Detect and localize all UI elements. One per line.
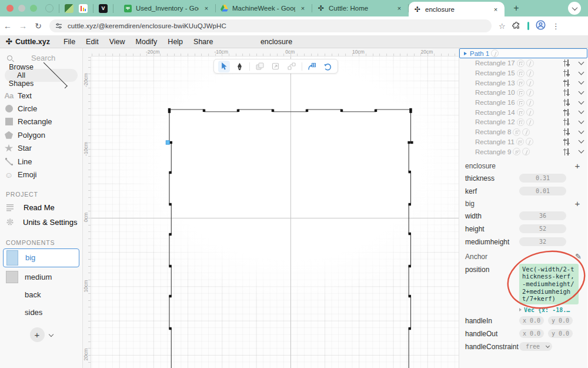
path-node[interactable] [409, 203, 411, 205]
stroke-style-icon[interactable] [491, 49, 499, 57]
layer-item-rectangle-15[interactable]: Rectangle 15 [459, 68, 587, 78]
browser-tab-3[interactable]: ✣Cuttle: Home× [312, 0, 408, 16]
chevron-down-icon[interactable] [48, 332, 53, 337]
new-tab-button[interactable]: + [510, 3, 522, 14]
photos-app-icon[interactable] [65, 4, 74, 13]
path-node[interactable] [169, 233, 171, 236]
layer-item-rectangle-16[interactable]: Rectangle 16 [459, 98, 587, 108]
expand-triangle-icon[interactable] [464, 52, 467, 55]
copies-tool-button[interactable] [286, 61, 298, 72]
profile-avatar[interactable] [536, 20, 546, 32]
menu-view[interactable]: View [104, 38, 131, 46]
menu-modify[interactable]: Modify [131, 38, 163, 46]
window-controls[interactable] [6, 5, 37, 12]
modifiers-icon[interactable] [563, 69, 570, 77]
rotate-tool-button[interactable] [322, 61, 333, 72]
tab-search-button[interactable] [568, 2, 581, 15]
modifiers-icon[interactable] [563, 109, 570, 116]
sidebar-shape-line[interactable]: Line [0, 155, 82, 168]
browser-menu-icon[interactable]: ⋮ [552, 22, 560, 31]
handleconstraint-dropdown[interactable]: free [519, 342, 552, 351]
stroke-style-icon[interactable] [526, 69, 534, 77]
stroke-style-icon[interactable] [526, 138, 533, 145]
path-node[interactable] [203, 110, 205, 112]
layer-item-rectangle-8[interactable]: Rectangle 8 [459, 127, 587, 137]
modifiers-icon[interactable] [563, 128, 570, 135]
corner-radius-icon[interactable] [517, 108, 524, 116]
handlein-y-input[interactable]: y 0.0 [548, 316, 573, 325]
address-bar[interactable]: cuttle.xyz/@keremdiren/enclosure-bwiKUuQ… [49, 19, 492, 32]
stroke-style-icon[interactable] [526, 118, 534, 126]
corner-radius-icon[interactable] [517, 79, 524, 87]
extension-icon[interactable] [45, 4, 54, 12]
chevron-down-icon[interactable] [579, 128, 584, 134]
corner-radius-icon[interactable] [517, 89, 524, 97]
component-sides[interactable]: sides [0, 304, 82, 321]
property-value-input[interactable]: 0.31 [519, 174, 566, 183]
chevron-down-icon[interactable] [579, 108, 584, 114]
chevron-down-icon[interactable] [579, 79, 584, 85]
path-node[interactable] [168, 111, 171, 113]
path-node[interactable] [169, 203, 171, 205]
corner-radius-icon[interactable] [513, 128, 520, 136]
chevron-down-icon[interactable] [579, 88, 584, 94]
design-canvas[interactable]: -30cm-20cm-10cm0cm10cm20cm -20cm-10cm0cm… [83, 48, 459, 368]
corner-radius-icon[interactable] [516, 138, 524, 145]
corner-radius-icon[interactable] [517, 99, 524, 107]
property-value-input[interactable]: 52 [519, 224, 566, 233]
sidebar-shape-text[interactable]: AaText [0, 89, 82, 102]
component-big[interactable]: big [3, 248, 79, 267]
position-value-preview[interactable]: Vec {x: -18.… [519, 306, 582, 314]
chevron-down-icon[interactable] [579, 148, 584, 154]
component-back[interactable]: back [0, 286, 82, 304]
site-settings-icon[interactable] [55, 22, 62, 29]
sidebar-shape-polygon[interactable]: Polygon [0, 128, 82, 141]
tab-close-icon[interactable]: × [492, 6, 500, 13]
path-node[interactable] [409, 233, 411, 235]
path-node[interactable] [170, 141, 172, 144]
sidebar-shape-emoji[interactable]: ☺Emoji [0, 168, 82, 181]
path-node[interactable] [409, 295, 411, 297]
add-parameter-button[interactable]: + [573, 161, 582, 171]
corner-radius-icon[interactable] [513, 148, 520, 155]
property-value-input[interactable]: 0.01 [519, 187, 566, 195]
layer-item-rectangle-9[interactable]: Rectangle 9 [459, 147, 587, 157]
chart-app-icon[interactable] [79, 4, 88, 13]
sidebar-item-readme[interactable]: Read Me [0, 200, 82, 215]
menu-help[interactable]: Help [162, 38, 188, 46]
path-node[interactable] [169, 327, 171, 330]
chevron-down-icon[interactable] [579, 118, 584, 124]
layer-item-rectangle-12[interactable]: Rectangle 12 [459, 117, 587, 127]
v-app-icon[interactable]: V [99, 4, 108, 13]
pen-tool-button[interactable] [234, 61, 246, 72]
path-node[interactable] [169, 171, 171, 174]
corner-radius-icon[interactable] [517, 118, 524, 126]
layer-item-rectangle-14[interactable]: Rectangle 14 [459, 107, 587, 117]
tab-close-icon[interactable]: × [299, 5, 307, 12]
stroke-style-icon[interactable] [522, 128, 530, 136]
menu-file[interactable]: File [58, 38, 81, 46]
corner-radius-icon[interactable] [517, 69, 524, 77]
stroke-style-icon[interactable] [526, 89, 534, 97]
zoom-window-button[interactable] [30, 5, 37, 12]
sidebar-shape-star[interactable]: Star [0, 142, 82, 155]
layer-item-rectangle-13[interactable]: Rectangle 13 [459, 78, 587, 88]
close-window-button[interactable] [6, 5, 14, 12]
browser-tab-1[interactable]: Used_Inventory - Google Sh× [119, 0, 215, 16]
layer-item-rectangle-11[interactable]: Rectangle 11 [459, 137, 587, 147]
layer-item-rectangle-10[interactable]: Rectangle 10 [459, 88, 587, 98]
path-node[interactable] [272, 110, 274, 112]
browser-tab-4[interactable]: ✣enclosure× [409, 2, 505, 16]
path-node[interactable] [169, 265, 171, 267]
modifiers-icon[interactable] [563, 79, 570, 87]
select-tool-button[interactable] [218, 61, 230, 72]
path-node[interactable] [340, 110, 343, 112]
position-expression-input[interactable]: Vec(-width/2-thickness-kerf, -mediumheig… [519, 264, 579, 304]
extensions-puzzle-icon[interactable] [512, 21, 521, 32]
back-button[interactable]: ← [0, 21, 15, 31]
path-node[interactable] [409, 327, 411, 330]
edit-pencil-icon[interactable]: ✎ [575, 252, 582, 261]
chevron-down-icon[interactable] [579, 69, 584, 75]
layer-item-rectangle-17[interactable]: Rectangle 17 [459, 58, 587, 68]
app-brand[interactable]: ✣ Cuttle.xyz [6, 37, 50, 46]
